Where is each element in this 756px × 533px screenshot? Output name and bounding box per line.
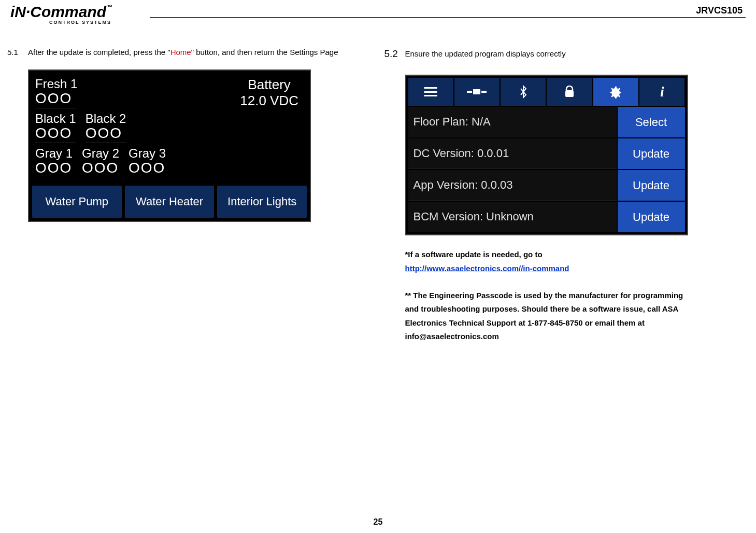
connector-icon	[467, 88, 487, 96]
tank-label: Fresh 1	[35, 77, 77, 91]
update-link[interactable]: http://www.asaelectronics.com//in-comman…	[405, 264, 569, 273]
bluetooth-icon	[519, 85, 528, 99]
menu-button[interactable]	[408, 78, 453, 106]
step-text-post: " button, and then return the Settings P…	[191, 48, 338, 57]
battery-label: Battery	[240, 77, 298, 93]
tank-gray-1: Gray 1 OOO	[35, 146, 73, 177]
water-heater-button[interactable]: Water Heater	[125, 186, 215, 218]
battery-value: 12.0 VDC	[240, 93, 298, 109]
tank-black-1: Black 1 OOO	[35, 111, 76, 143]
svg-rect-3	[565, 91, 574, 97]
interior-lights-button[interactable]: Interior Lights	[217, 186, 307, 218]
menu-icon	[424, 87, 437, 96]
app-update-button[interactable]: Update	[618, 170, 685, 201]
tank-indicator: OOO	[85, 126, 126, 141]
svg-rect-1	[473, 89, 480, 94]
settings-screen-screenshot: i Floor Plan: N/A Select DC Version: 0.0…	[405, 75, 688, 235]
header-right: JRVCS105	[150, 2, 746, 18]
step-number: 5.1	[7, 46, 28, 59]
tank-gray-3: Gray 3 OOO	[129, 146, 166, 177]
model-number: JRVCS105	[150, 5, 746, 16]
logo-block: iN·Command™ CONTROL SYSTEMS	[10, 2, 150, 25]
step-text-pre: After the update is completed, press the…	[28, 48, 170, 57]
tank-indicator: OOO	[129, 161, 166, 175]
tank-label: Black 2	[85, 111, 126, 126]
dc-update-button[interactable]: Update	[618, 138, 685, 169]
logo-main: iN·Command™	[10, 3, 150, 21]
step-number: 5.2	[384, 46, 405, 62]
left-column: 5.1 After the update is completed, press…	[7, 46, 369, 343]
lock-icon	[564, 86, 575, 98]
bcm-update-button[interactable]: Update	[618, 202, 685, 232]
right-column: 5.2 Ensure the updated program displays …	[384, 46, 746, 343]
home-screen-screenshot: Fresh 1 OOO Battery 12.0 VDC Black 1 OOO…	[28, 69, 311, 222]
home-word: Home	[170, 48, 191, 57]
svg-rect-0	[467, 91, 472, 93]
tank-gray-2: Gray 2 OOO	[82, 146, 119, 177]
tank-indicator: OOO	[35, 91, 77, 106]
note-passcode-text: ** The Engineering Passcode is used by t…	[405, 289, 695, 343]
dc-version-label: DC Version: 0.0.01	[408, 138, 617, 169]
floor-plan-select-button[interactable]: Select	[618, 107, 685, 137]
tank-indicator: OOO	[82, 161, 119, 175]
bluetooth-button[interactable]	[501, 78, 546, 106]
tank-black-2: Black 2 OOO	[85, 111, 126, 143]
app-version-label: App Version: 0.0.03	[408, 170, 617, 201]
gear-icon	[609, 85, 622, 99]
tank-indicator: OOO	[35, 161, 73, 175]
logo-text: iN·Command	[10, 3, 106, 20]
logo-tm: ™	[107, 4, 112, 10]
tank-label: Gray 2	[82, 146, 119, 161]
info-icon: i	[660, 83, 664, 100]
battery-block: Battery 12.0 VDC	[240, 77, 304, 109]
step-text: Ensure the updated program displays corr…	[405, 46, 746, 62]
page-header: iN·Command™ CONTROL SYSTEMS JRVCS105	[0, 0, 756, 25]
tank-fresh-1: Fresh 1 OOO	[35, 77, 77, 108]
lock-button[interactable]	[547, 78, 592, 106]
header-rule	[150, 17, 746, 18]
step-5-2: 5.2 Ensure the updated program displays …	[384, 46, 746, 62]
info-button[interactable]: i	[639, 78, 684, 106]
tank-label: Gray 3	[129, 146, 166, 161]
floor-plan-label: Floor Plan: N/A	[408, 107, 617, 137]
power-connector-button[interactable]	[454, 78, 500, 106]
note-update-text: *If a software update is needed, go to	[405, 250, 543, 259]
water-pump-button[interactable]: Water Pump	[32, 186, 122, 218]
step-5-1: 5.1 After the update is completed, press…	[7, 46, 369, 59]
svg-rect-2	[481, 91, 487, 93]
notes-block: *If a software update is needed, go to h…	[405, 248, 695, 343]
tank-indicator: OOO	[35, 126, 76, 141]
bcm-version-label: BCM Version: Unknown	[408, 202, 617, 232]
page-number: 25	[0, 517, 756, 527]
settings-button[interactable]	[593, 78, 638, 106]
tank-label: Black 1	[35, 111, 76, 126]
tank-label: Gray 1	[35, 146, 73, 161]
step-text: After the update is completed, press the…	[28, 46, 369, 59]
